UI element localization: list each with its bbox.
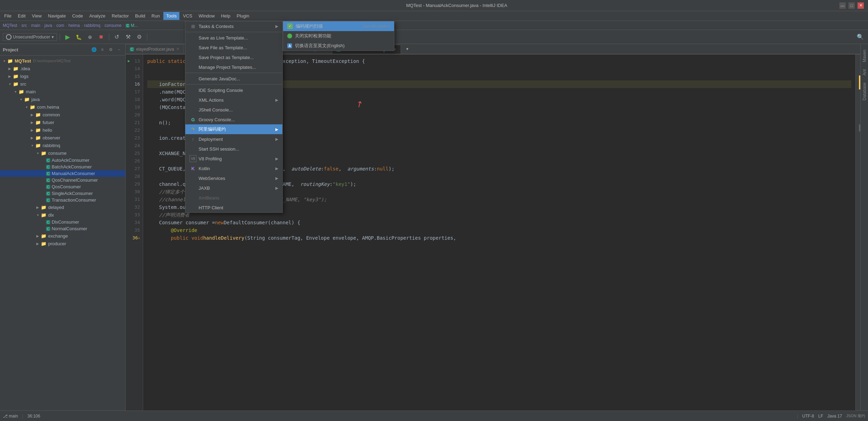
menu-jshell[interactable]: JShell Console...	[185, 105, 282, 115]
tree-item-exchange[interactable]: ▶ 📁 exchange	[0, 232, 125, 240]
ali-submenu-realtime[interactable]: 关闭实时检测功能	[283, 31, 394, 41]
menu-http-client[interactable]: HTTP Client	[185, 203, 282, 212]
tab-close-delayedproducer[interactable]: ✕	[176, 47, 179, 51]
stop-button[interactable]: ■	[96, 32, 106, 42]
menu-build[interactable]: Build	[132, 12, 148, 20]
menu-save-live[interactable]: Save as Live Template...	[185, 33, 282, 43]
run-button[interactable]: ▶	[63, 32, 73, 42]
tree-item-src[interactable]: ▾ 📁 src	[0, 80, 125, 88]
search-button[interactable]: 🔍	[855, 32, 865, 42]
build-button[interactable]: ⚒	[123, 32, 133, 42]
menu-ssh[interactable]: Start SSH session...	[185, 144, 282, 154]
menu-refactor[interactable]: Refactor	[109, 12, 132, 20]
menu-webservices[interactable]: WebServices ▶	[185, 173, 282, 183]
tree-item-dlx[interactable]: ▾ 📁 dlx	[0, 211, 125, 219]
run-config-selector[interactable]: UnsecuredProducer ▾	[3, 33, 57, 41]
sidebar-settings-button[interactable]: ⚙	[107, 46, 114, 53]
tools-menu[interactable]: ⊞ Tasks & Contexts ▶ Save as Live Templa…	[185, 21, 283, 213]
tree-item-futuer[interactable]: ▶ 📁 futuer	[0, 118, 125, 126]
status-encoding[interactable]: UTF-8	[802, 414, 814, 419]
tree-item-main[interactable]: ▾ 📁 main	[0, 88, 125, 95]
tree-item-com-heima[interactable]: ▾ 📁 com.heima	[0, 103, 125, 111]
tree-item-qoschannel[interactable]: ▶ C QosChannelConsumer	[0, 177, 125, 183]
tabs-overflow[interactable]: ▾	[402, 44, 412, 54]
menu-xml-actions[interactable]: XML Actions ▶	[185, 95, 282, 105]
toolbar: UnsecuredProducer ▾ ▶ 🐛 ⊕ ■ ↺ ⚒ ⚙ 🔍	[0, 30, 868, 44]
right-scroll[interactable]	[855, 55, 860, 411]
tree-item-delayed[interactable]: ▶ 📁 delayed	[0, 203, 125, 211]
menu-run[interactable]: Run	[149, 12, 163, 20]
tree-item-hello[interactable]: ▶ 📁 hello	[0, 126, 125, 134]
minimize-button[interactable]: —	[839, 2, 846, 9]
menu-help[interactable]: Help	[218, 12, 233, 20]
tree-item-normalconsumer[interactable]: ▶ C NormalConsumer	[0, 225, 125, 232]
deployment-icon: ↑	[190, 136, 196, 143]
menu-xmlbeans[interactable]: XmlBeans	[185, 193, 282, 203]
menu-save-file[interactable]: Save File as Template...	[185, 43, 282, 52]
breadcrumb-java[interactable]: java	[44, 23, 52, 28]
tab-delayedproducer[interactable]: C elayedProducer.java ✕	[126, 44, 184, 54]
sidebar-world-button[interactable]: 🌐	[90, 46, 97, 53]
tree-item-manualack[interactable]: ▶ C ManualAckConsumer	[0, 170, 125, 177]
menu-window[interactable]: Window	[196, 12, 217, 20]
menu-tasks[interactable]: ⊞ Tasks & Contexts ▶	[185, 21, 282, 31]
menu-ide-scripting[interactable]: IDE Scripting Console	[185, 85, 282, 95]
menu-plugin[interactable]: Plugin	[234, 12, 252, 20]
right-panel-ant[interactable]: Ant	[861, 66, 868, 78]
menu-groovy[interactable]: G Groovy Console...	[185, 115, 282, 124]
breadcrumb-rabbitmq[interactable]: rabbitmq	[84, 23, 101, 28]
tree-item-dlxconsumer[interactable]: ▶ C DlxConsumer	[0, 219, 125, 225]
tree-item-java[interactable]: ▾ 📁 java	[0, 95, 125, 103]
window-controls: — □ ✕	[839, 2, 864, 9]
menu-manage-templates[interactable]: Manage Project Templates...	[185, 62, 282, 72]
ali-submenu-lang[interactable]: A 切换语言至英文(English)	[283, 41, 394, 51]
menu-jaxb[interactable]: JAXB ▶	[185, 183, 282, 193]
debug-button[interactable]: 🐛	[74, 32, 84, 42]
ali-submenu-scan[interactable]: ✓ 编码规约扫描 Ctrl+Alt+Shift+J	[283, 21, 394, 31]
breadcrumb-com[interactable]: com	[56, 23, 64, 28]
ali-submenu[interactable]: ✓ 编码规约扫描 Ctrl+Alt+Shift+J 关闭实时检测功能 A 切换语…	[283, 21, 394, 51]
sync-button[interactable]: ↺	[112, 32, 122, 42]
tree-item-rabbitmq[interactable]: ▾ 📁 rabbitmq	[0, 141, 125, 149]
menu-v8[interactable]: V8 V8 Profiling ▶	[185, 154, 282, 164]
tree-item-batchack[interactable]: ▶ C BatchAckConsumer	[0, 164, 125, 170]
menu-file[interactable]: File	[1, 12, 14, 20]
tree-item-singleack[interactable]: ▶ C SingleAckConsumer	[0, 190, 125, 197]
menu-tools[interactable]: Tools	[163, 12, 179, 20]
breadcrumb-class[interactable]: C M...	[126, 23, 138, 28]
tree-item-common[interactable]: ▶ 📁 common	[0, 111, 125, 118]
menu-code[interactable]: Code	[69, 12, 86, 20]
run-with-coverage[interactable]: ⊕	[85, 32, 95, 42]
breadcrumb-src[interactable]: src	[21, 23, 27, 28]
breadcrumb-mqtest[interactable]: MQTest	[3, 23, 17, 28]
menu-save-project[interactable]: Save Project as Template...	[185, 52, 282, 62]
tree-item-producer[interactable]: ▶ 📁 producer	[0, 240, 125, 247]
tree-item-transactionconsumer[interactable]: ▶ C TransactionConsumer	[0, 197, 125, 203]
breadcrumb-consume[interactable]: consume	[104, 23, 121, 28]
tree-item-logs[interactable]: ▶ 📁 logs	[0, 72, 125, 80]
tree-item-consume[interactable]: ▾ 📁 consume	[0, 149, 125, 157]
close-button[interactable]: ✕	[858, 2, 864, 9]
maximize-button[interactable]: □	[848, 2, 855, 9]
tree-item-idea[interactable]: ▶ 📁 .idea	[0, 65, 125, 72]
breadcrumb-heima[interactable]: heima	[68, 23, 80, 28]
tree-item-observer[interactable]: ▶ 📁 observer	[0, 134, 125, 141]
menu-generate-javadoc[interactable]: Generate JavaDoc...	[185, 74, 282, 84]
sidebar-layout-button[interactable]: ≡	[99, 46, 106, 53]
menu-view[interactable]: View	[29, 12, 44, 20]
breadcrumb-main[interactable]: main	[31, 23, 40, 28]
menu-edit[interactable]: Edit	[15, 12, 28, 20]
sidebar-minimize-button[interactable]: −	[116, 46, 123, 53]
menu-kotlin[interactable]: K Kotlin ▶	[185, 164, 282, 173]
menu-vcs[interactable]: VCS	[180, 12, 195, 20]
tree-item-root[interactable]: ▾ 📁 MQTest D:\workspace\MQTest	[0, 57, 125, 65]
right-panel-database[interactable]: Database	[861, 80, 868, 103]
menu-navigate[interactable]: Navigate	[45, 12, 68, 20]
right-panel-maven[interactable]: Maven	[861, 47, 868, 65]
tree-item-qosconsumer[interactable]: ▶ C QosConsumer	[0, 183, 125, 190]
settings-button[interactable]: ⚙	[134, 32, 144, 42]
menu-ali-coding[interactable]: ↷ 阿里编码规约 ▶	[185, 124, 282, 134]
tree-item-autoack[interactable]: ▶ C AutoAckConsumer	[0, 157, 125, 164]
menu-analyze[interactable]: Analyze	[87, 12, 108, 20]
menu-deployment[interactable]: ↑ Deployment ▶	[185, 134, 282, 144]
